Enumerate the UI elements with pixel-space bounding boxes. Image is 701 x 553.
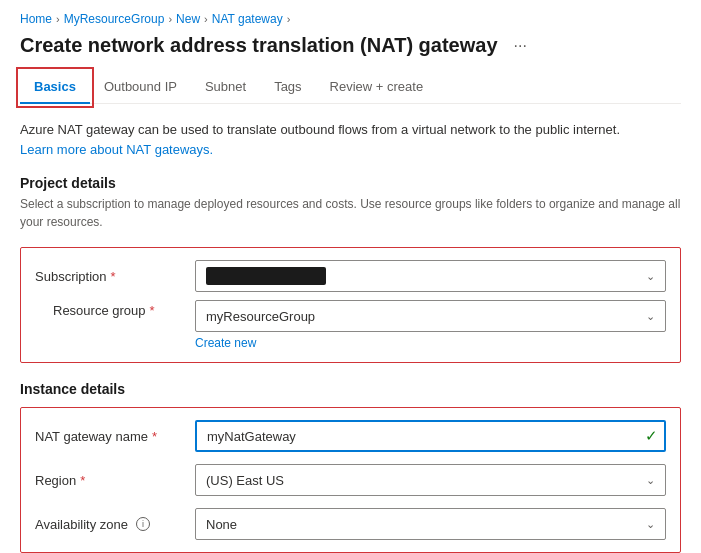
tab-tags[interactable]: Tags bbox=[260, 71, 315, 104]
nat-gateway-name-input-wrap: ✓ bbox=[195, 420, 666, 452]
nat-gateway-name-group: NAT gateway name * ✓ bbox=[35, 420, 666, 452]
subscription-control: ⌄ bbox=[195, 260, 666, 292]
resource-group-required-star: * bbox=[150, 303, 155, 318]
resource-group-value: myResourceGroup bbox=[206, 309, 315, 324]
region-value: (US) East US bbox=[206, 473, 284, 488]
breadcrumb-home[interactable]: Home bbox=[20, 12, 52, 26]
resource-group-label-wrap: Resource group * bbox=[35, 300, 195, 320]
page-title: Create network address translation (NAT)… bbox=[20, 34, 498, 57]
tab-review-create[interactable]: Review + create bbox=[316, 71, 438, 104]
tab-basics[interactable]: Basics bbox=[20, 71, 90, 104]
subscription-dropdown[interactable]: ⌄ bbox=[195, 260, 666, 292]
region-dropdown[interactable]: (US) East US ⌄ bbox=[195, 464, 666, 496]
tabs-nav: Basics Outbound IP Subnet Tags Review + … bbox=[20, 71, 681, 104]
breadcrumb-resource-group[interactable]: MyResourceGroup bbox=[64, 12, 165, 26]
page-header: Create network address translation (NAT)… bbox=[20, 34, 681, 57]
learn-more-link[interactable]: Learn more about NAT gateways. bbox=[20, 142, 213, 157]
project-details-subtitle: Select a subscription to manage deployed… bbox=[20, 195, 681, 231]
nat-name-required-star: * bbox=[152, 429, 157, 444]
availability-zone-value: None bbox=[206, 517, 237, 532]
create-new-link[interactable]: Create new bbox=[195, 336, 256, 350]
availability-zone-label: Availability zone i bbox=[35, 517, 195, 532]
resource-group-label: Resource group * bbox=[53, 303, 213, 318]
breadcrumb-new[interactable]: New bbox=[176, 12, 200, 26]
region-required-star: * bbox=[80, 473, 85, 488]
project-details-header: Project details Select a subscription to… bbox=[20, 175, 681, 231]
resource-group-group: Resource group * myResourceGroup ⌄ Creat… bbox=[35, 300, 666, 350]
resource-group-dropdown[interactable]: myResourceGroup ⌄ bbox=[195, 300, 666, 332]
availability-zone-group: Availability zone i None ⌄ bbox=[35, 508, 666, 540]
subscription-label: Subscription * bbox=[35, 269, 195, 284]
nat-gateway-name-input[interactable] bbox=[195, 420, 666, 452]
resource-group-control: myResourceGroup ⌄ Create new bbox=[195, 300, 666, 350]
region-group: Region * (US) East US ⌄ bbox=[35, 464, 666, 496]
region-chevron-icon: ⌄ bbox=[646, 474, 655, 487]
resource-group-chevron-icon: ⌄ bbox=[646, 310, 655, 323]
instance-details-section: NAT gateway name * ✓ Region * (US) East … bbox=[20, 407, 681, 553]
checkmark-icon: ✓ bbox=[645, 427, 658, 445]
instance-details-header: Instance details bbox=[20, 381, 681, 397]
subscription-required-star: * bbox=[111, 269, 116, 284]
region-label: Region * bbox=[35, 473, 195, 488]
project-details-title: Project details bbox=[20, 175, 681, 191]
availability-zone-info-icon[interactable]: i bbox=[136, 517, 150, 531]
tab-subnet[interactable]: Subnet bbox=[191, 71, 260, 104]
instance-details-title: Instance details bbox=[20, 381, 681, 397]
availability-zone-control: None ⌄ bbox=[195, 508, 666, 540]
availability-zone-dropdown[interactable]: None ⌄ bbox=[195, 508, 666, 540]
subscription-chevron-icon: ⌄ bbox=[646, 270, 655, 283]
nat-gateway-name-control: ✓ bbox=[195, 420, 666, 452]
breadcrumb-nat-gateway[interactable]: NAT gateway bbox=[212, 12, 283, 26]
page-wrapper: Home › MyResourceGroup › New › NAT gatew… bbox=[0, 0, 701, 553]
region-control: (US) East US ⌄ bbox=[195, 464, 666, 496]
availability-zone-chevron-icon: ⌄ bbox=[646, 518, 655, 531]
nat-gateway-name-label: NAT gateway name * bbox=[35, 429, 195, 444]
subscription-redacted-value bbox=[206, 267, 326, 285]
description-text: Azure NAT gateway can be used to transla… bbox=[20, 120, 681, 159]
subscription-group: Subscription * ⌄ bbox=[35, 260, 666, 292]
project-details-section: Subscription * ⌄ Resource group * bbox=[20, 247, 681, 363]
tab-outbound-ip[interactable]: Outbound IP bbox=[90, 71, 191, 104]
breadcrumb: Home › MyResourceGroup › New › NAT gatew… bbox=[20, 12, 681, 26]
ellipsis-button[interactable]: ··· bbox=[508, 35, 533, 57]
